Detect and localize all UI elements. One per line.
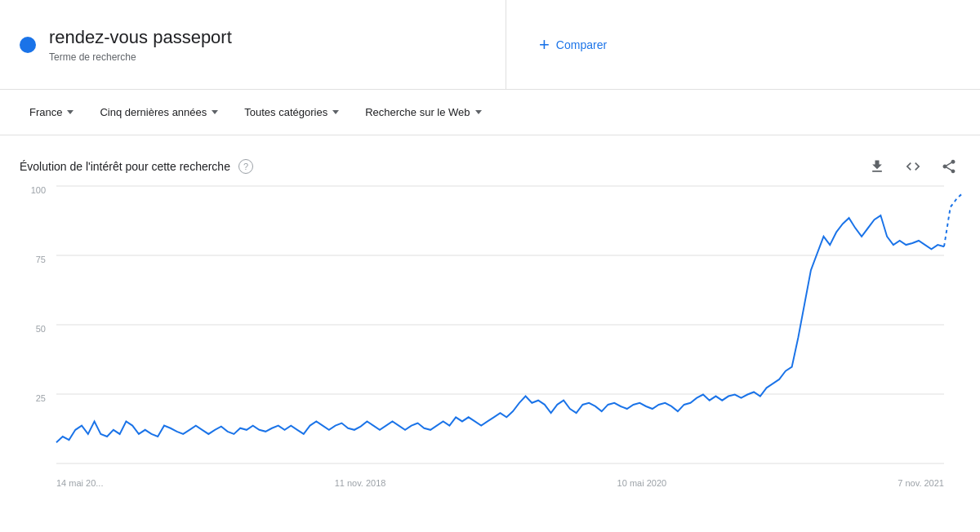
help-icon[interactable]: ? [238,159,253,174]
y-label-50: 50 [20,325,52,334]
compare-button[interactable]: + Comparer [539,34,607,55]
search-term-subtitle: Terme de recherche [49,51,232,63]
chart-title-left: Évolution de l'intérêt pour cette recher… [20,159,253,174]
period-chevron-icon [212,110,218,114]
x-label-2020: 10 mai 2020 [617,478,667,488]
period-filter[interactable]: Cinq dernières années [90,100,228,125]
share-button[interactable] [938,155,960,178]
search-type-filter[interactable]: Recherche sur le Web [355,100,491,125]
plus-icon: + [539,34,550,55]
trend-line [56,215,944,442]
search-term-section: rendez-vous passeport Terme de recherche [0,0,506,89]
y-label-25: 25 [20,394,52,403]
search-term-text: rendez-vous passeport Terme de recherche [49,26,232,63]
x-label-2021: 7 nov. 2021 [898,478,944,488]
filter-bar: France Cinq dernières années Toutes caté… [0,90,980,135]
compare-section: + Comparer [506,0,980,89]
forecast-line [944,193,963,246]
chart-wrapper: 100 75 50 25 14 mai 20... [20,186,960,496]
search-term-title: rendez-vous passeport [49,26,232,50]
download-button[interactable] [866,155,889,178]
x-label-2017: 14 mai 20... [56,478,103,488]
header: rendez-vous passeport Terme de recherche… [0,0,980,90]
period-filter-label: Cinq dernières années [100,106,207,118]
chart-actions [866,155,960,178]
x-label-2018: 11 nov. 2018 [335,478,386,488]
search-type-filter-label: Recherche sur le Web [365,106,470,118]
category-filter[interactable]: Toutes catégories [234,100,349,125]
region-filter[interactable]: France [20,100,83,125]
chart-section: Évolution de l'intérêt pour cette recher… [0,135,980,496]
search-dot-indicator [20,37,36,53]
compare-label: Comparer [556,38,607,51]
category-chevron-icon [332,110,339,114]
category-filter-label: Toutes catégories [244,106,327,118]
y-label-75: 75 [20,255,52,264]
y-label-100: 100 [20,186,52,195]
download-icon [869,158,885,175]
chart-area [56,186,944,463]
embed-button[interactable] [902,155,924,178]
search-type-chevron-icon [475,110,482,114]
y-axis: 100 75 50 25 [20,186,52,463]
x-axis-labels: 14 mai 20... 11 nov. 2018 10 mai 2020 7 … [56,472,944,496]
line-chart-svg [56,186,944,463]
region-filter-label: France [29,106,62,118]
share-icon [941,158,957,175]
region-chevron-icon [67,110,74,114]
chart-title-row: Évolution de l'intérêt pour cette recher… [20,155,960,178]
help-question-mark: ? [243,162,248,171]
embed-icon [905,158,921,175]
chart-title: Évolution de l'intérêt pour cette recher… [20,160,230,173]
